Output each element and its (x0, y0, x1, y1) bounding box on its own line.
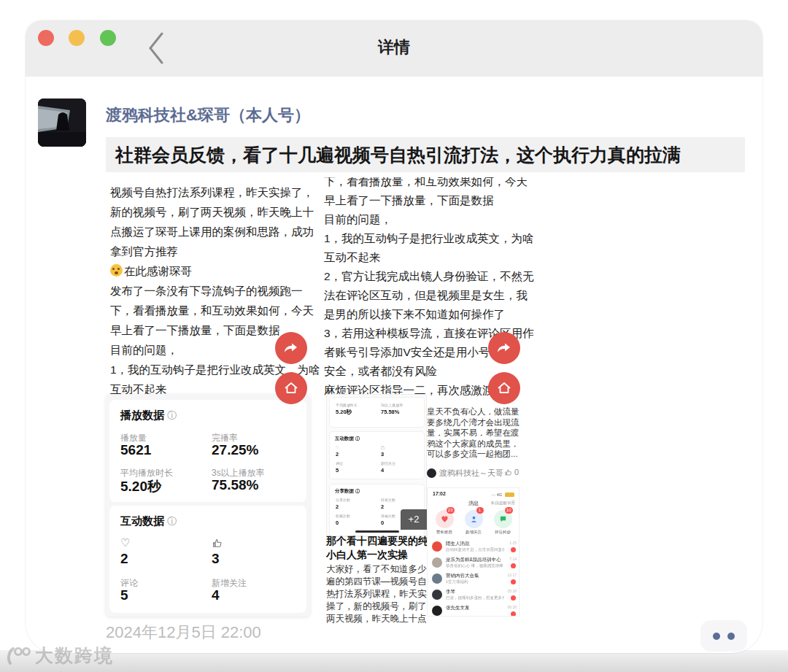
message-row: 派乐为蛋糕&甜品培训中心 恭喜你的心心·琳，视频感觉很棒 7:14 (428, 555, 519, 571)
chat-icon (499, 515, 507, 523)
dot-icon (713, 633, 720, 640)
share-icon (495, 339, 513, 357)
more-menu-button[interactable] (700, 620, 747, 652)
like-count: 2 (120, 551, 128, 567)
author-avatar[interactable] (38, 99, 86, 147)
metric-label: 分享次数 (336, 498, 350, 502)
message-time: 1:25 (509, 541, 517, 545)
text-line: 互动不起来 (324, 248, 537, 267)
metric-value: 5621 (120, 442, 151, 458)
metric-value: 75.58% (381, 409, 399, 415)
badge: 10 (505, 507, 513, 514)
heart-icon: ♡ (120, 536, 130, 549)
badge: 23 (447, 507, 455, 514)
text-line: 是男的所以接下来不知道如何操作了 (324, 305, 537, 324)
unread-badge (511, 547, 516, 552)
interaction-data-card: 互动数据 ⓘ ♡ 2 3 评论 5 新增关注 4 (109, 506, 306, 613)
home-button[interactable] (275, 372, 307, 404)
message-row: 张先生文案 06:28 (428, 603, 519, 617)
text-line-with-emoji: 在此感谢琛哥 (110, 261, 323, 281)
metric-value: 5 (336, 467, 339, 474)
metric-value: 0 (336, 520, 339, 526)
text-line: 遍的第四节课—视频号自 (326, 576, 432, 588)
message-time: 12:17 (507, 573, 517, 577)
shortcut-follows: 1 新增关注 (460, 510, 487, 535)
badge: 1 (476, 507, 484, 514)
unread-badge (511, 611, 516, 617)
watermark-logo (6, 646, 32, 666)
text-line: 热打法系列课程，昨天实 (326, 588, 432, 600)
follow-count: 4 (212, 587, 220, 603)
nav-settings-link: 私信提醒设置 (491, 501, 515, 506)
mini-interaction-card: 互动数据 ⓘ ♡ 2 凸 3 评论 5 新增关注 4 (329, 431, 425, 479)
text-line: 法在评论区互动，但是视频里是女生，我 (324, 286, 537, 305)
metric-value: 75.58% (212, 477, 258, 493)
title-line: 小白人第一次实操 (326, 548, 432, 562)
card-title: 互动数据 ⓘ (335, 436, 360, 442)
message-row: 营销内容大合集 1官方领福利 12:17 (428, 571, 519, 587)
avatar (432, 541, 442, 552)
share-button[interactable] (488, 332, 520, 364)
text-line: 下，看看播放量，和互动效果如何，今天 (324, 177, 537, 191)
home-icon (495, 379, 513, 397)
mini-play-card: 平均播放时长 5.20秒 3s以上播放率 75.58% (329, 397, 425, 428)
metric-value: 2 (336, 451, 339, 457)
card-title: 播放数据 (120, 409, 164, 421)
metric-value: 4 (381, 467, 384, 474)
message-time: 05:28 (507, 589, 517, 593)
avatar-photo (38, 99, 86, 147)
share-icon (282, 339, 300, 357)
avatar (432, 557, 442, 568)
comment-text: 皇天不负有心人，做流量 要多绕几个湾才会出现流 量，实属不易，希望在渡 鸦这个大… (427, 406, 525, 460)
shortcut-comments: 10 评论和@ (489, 510, 517, 535)
metric-label: 评论 (336, 461, 343, 466)
battery-icon (505, 493, 514, 497)
thumb-up-icon: 凸 (381, 445, 385, 449)
shortcut-label: 评论和@ (489, 530, 517, 535)
home-button[interactable] (488, 372, 520, 404)
message-row: 李琴 已读，祝顺利多涨粉，想看更多作品! 05:28 (428, 587, 519, 603)
avatar (432, 573, 442, 584)
home-indicator (355, 530, 399, 533)
title-line: 那个看十四遍要哭的纯 (326, 534, 432, 548)
comment-like[interactable]: 0 (504, 468, 519, 476)
metric-label: 弹幕次数 (381, 514, 395, 518)
message-time: 06:28 (507, 605, 517, 609)
stats-screenshot[interactable]: 播放数据 ⓘ 播放量 5621 完播率 27.25% 平均播放时长 5.20秒 … (106, 394, 310, 617)
text-line: 在此感谢琛哥 (124, 265, 192, 277)
messages-screenshot[interactable]: 17:02 ⋯ 4G 消息 私信提醒设置 23 赞和推荐 1 (427, 487, 519, 617)
signal-icon: ⋯ 4G (492, 493, 502, 497)
card-title: 分享数据 ⓘ (335, 488, 360, 495)
watermark-text: 大数跨境 (35, 644, 114, 668)
text-line: 早上看了一下播放量，下面是数据 (324, 191, 537, 210)
text-line: 鸦这个大家庭的成员里， (427, 439, 525, 449)
text-line: 1，我的互动钩子是把行业改成英文，为啥 (324, 229, 537, 248)
metric-label: 新增关注 (381, 461, 395, 466)
author-name[interactable]: 渡鸦科技社&琛哥（本人号） (106, 104, 310, 126)
share-button[interactable] (275, 332, 307, 364)
text-line: 要多绕几个湾才会出现流 (427, 417, 525, 428)
home-icon (282, 379, 300, 397)
info-icon[interactable]: ⓘ (167, 410, 177, 421)
like-count: 0 (514, 468, 519, 476)
text-line: 两天视频，昨天晚上十点 (326, 613, 432, 625)
metric-label: 收藏次数 (336, 514, 350, 518)
thumb-post-body: 大家好，看了不知道多少 遍的第四节课—视频号自 热打法系列课程，昨天实 操了，新… (326, 563, 432, 635)
post-text-page-1[interactable]: 视频号自热打法系列课程，昨天实操了， 新的视频号，刷了两天视频，昨天晚上十 点搬… (110, 182, 323, 399)
metric-value: 2 (381, 503, 384, 510)
post-headline: 社群会员反馈，看了十几遍视频号自热引流打法，这个执行力真的拉满 (106, 137, 745, 172)
more-images-badge[interactable]: +2 (401, 509, 427, 530)
status-time: 17:02 (433, 491, 446, 496)
metric-value: 3 (381, 451, 384, 457)
message-name: 张先生文案 (446, 605, 470, 611)
message-preview: 1官方领福利 (446, 579, 468, 584)
post-date: 2024年12月5日 22:00 (106, 622, 261, 644)
thumb-post-title: 那个看十四遍要哭的纯 小白人第一次实操 (326, 534, 432, 562)
shortcut-label: 新增关注 (460, 530, 487, 535)
message-preview: 已读，祝顺利多涨粉，想看更多作品! (446, 595, 504, 600)
info-icon[interactable]: ⓘ (167, 516, 177, 527)
card-title: 互动数据 (120, 514, 164, 527)
metric-label: 转发次数 (381, 498, 395, 502)
thumb-up-icon (212, 538, 223, 551)
unread-badge (511, 579, 516, 584)
